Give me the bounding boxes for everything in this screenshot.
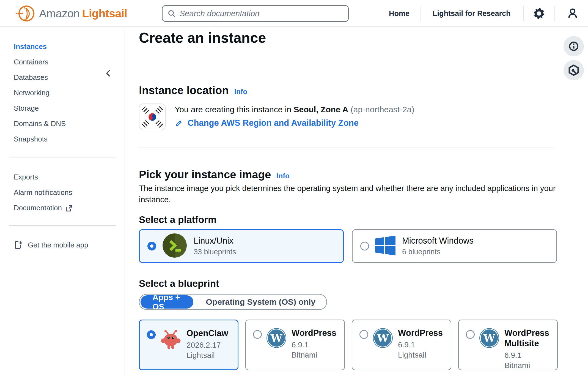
sidebar-item-domains-dns[interactable]: Domains & DNS [0, 116, 125, 131]
sidebar-item-networking[interactable]: Networking [0, 85, 125, 100]
get-mobile-app-link[interactable]: Get the mobile app [0, 237, 125, 253]
blueprint-name: WordPress [292, 328, 336, 338]
blueprint-name: WordPress [398, 328, 443, 338]
gear-icon [533, 7, 545, 20]
brand-lightsail: Lightsail [82, 7, 127, 20]
blueprint-publisher: Lightsail [186, 351, 228, 360]
platform-name: Linux/Unix [194, 236, 236, 246]
blueprint-card-wordpress-bitnami[interactable]: W WordPress 6.9.1 Bitnami [245, 320, 345, 370]
windows-radio[interactable] [360, 242, 369, 250]
section-divider [139, 63, 556, 63]
location-text-prefix: You are creating this instance in [175, 105, 294, 114]
platform-blueprint-count: 6 blueprints [402, 248, 474, 256]
instance-image-info-link[interactable]: Info [276, 172, 290, 180]
sidebar-item-containers[interactable]: Containers [0, 54, 125, 70]
lightsail-logo-icon [15, 4, 35, 23]
select-platform-heading: Select a platform [139, 214, 588, 225]
sidebar-secondary-nav: Exports Alarm notifications Documentatio… [0, 157, 125, 216]
section-divider [139, 148, 556, 148]
platform-blueprint-count: 33 blueprints [194, 248, 236, 256]
blueprint-options: OpenClaw 2026.2.17 Lightsail W WordPress [139, 320, 588, 370]
sidebar-divider [9, 225, 116, 226]
settings-button[interactable] [532, 7, 546, 20]
info-fab-button[interactable] [564, 36, 584, 56]
amazon-q-icon [567, 64, 580, 77]
blueprint-card-wordpress-lightsail[interactable]: W WordPress 6.9.1 Lightsail [352, 320, 451, 370]
change-region-label: Change AWS Region and Availability Zone [188, 118, 359, 129]
wordpress-radio[interactable] [253, 330, 262, 339]
sidebar-item-snapshots[interactable]: Snapshots [0, 131, 125, 147]
blueprint-version: 2026.2.17 [186, 341, 228, 350]
platform-options: Linux/Unix 33 blueprints Microsoft Windo… [139, 229, 588, 263]
search-box [162, 5, 349, 22]
nav-lightsail-for-research[interactable]: Lightsail for Research [433, 0, 511, 27]
user-icon [567, 7, 579, 20]
sidebar-item-documentation[interactable]: Documentation [0, 200, 125, 216]
search-input[interactable] [180, 9, 343, 18]
blueprint-name: WordPress Multisite [504, 328, 554, 349]
nav-home[interactable]: Home [389, 0, 410, 27]
korea-flag-icon [142, 106, 163, 128]
brand-logo[interactable]: AmazonLightsail [15, 4, 127, 23]
sidebar-nav: Instances Containers Databases Networkin… [0, 27, 125, 147]
linux-icon [162, 233, 187, 259]
change-region-link[interactable]: Change AWS Region and Availability Zone [175, 118, 414, 129]
documentation-label: Documentation [14, 204, 62, 212]
header-divider [554, 6, 555, 21]
wordpress-radio[interactable] [359, 330, 368, 339]
blueprint-type-toggle: Apps + OS Operating System (OS) only [139, 294, 327, 310]
wordpress-icon: W [479, 328, 499, 349]
sidebar-item-alarm-notifications[interactable]: Alarm notifications [0, 185, 125, 200]
page-title: Create an instance [139, 30, 588, 46]
blueprint-publisher: Bitnami [292, 351, 336, 359]
blueprint-name: OpenClaw [186, 328, 228, 339]
blueprint-version: 6.9.1 [398, 340, 443, 349]
blueprint-version: 6.9.1 [504, 351, 554, 360]
instance-image-description: The instance image you pick determines t… [139, 183, 564, 205]
toggle-divider [197, 297, 197, 307]
main-content: Create an instance Instance location Inf… [125, 27, 588, 376]
mobile-app-icon [13, 240, 23, 250]
sidebar-item-instances[interactable]: Instances [0, 39, 125, 54]
openclaw-radio[interactable] [147, 330, 156, 339]
sidebar-collapse-button[interactable] [103, 68, 114, 79]
instance-location-row: You are creating this instance in Seoul,… [139, 103, 588, 130]
mobile-app-label: Get the mobile app [28, 241, 88, 249]
wordpress-icon: W [373, 328, 393, 349]
toggle-apps-os[interactable]: Apps + OS [141, 295, 193, 309]
sidebar-item-exports[interactable]: Exports [0, 169, 125, 185]
collapse-chevron-icon [104, 69, 113, 78]
account-button[interactable] [566, 7, 579, 20]
pencil-icon [175, 119, 183, 127]
platform-card-windows[interactable]: Microsoft Windows 6 blueprints [352, 229, 557, 263]
svg-text:W: W [483, 332, 496, 344]
blueprint-card-wordpress-multisite[interactable]: W WordPress Multisite 6.9.1 Bitnami [458, 320, 558, 370]
select-blueprint-heading: Select a blueprint [139, 278, 588, 289]
header-divider [421, 6, 421, 21]
search-icon [167, 9, 176, 18]
platform-name: Microsoft Windows [402, 236, 474, 246]
toggle-os-only[interactable]: Operating System (OS) only [206, 297, 326, 307]
header-divider [523, 6, 524, 21]
brand-amazon: Amazon [39, 7, 79, 20]
wordpress-multisite-radio[interactable] [466, 330, 475, 339]
platform-card-linux[interactable]: Linux/Unix 33 blueprints [139, 229, 344, 263]
top-header: AmazonLightsail Home Lightsail for Resea… [0, 0, 588, 27]
sidebar: Instances Containers Databases Networkin… [0, 27, 125, 376]
location-region-code: (ap-northeast-2a) [351, 105, 414, 114]
openclaw-icon [160, 328, 182, 352]
svg-text:W: W [377, 332, 389, 344]
sidebar-item-storage[interactable]: Storage [0, 100, 125, 116]
amazon-q-fab-button[interactable] [564, 60, 584, 80]
instance-location-info-link[interactable]: Info [234, 88, 248, 96]
svg-text:W: W [270, 332, 283, 344]
blueprint-version: 6.9.1 [292, 340, 336, 349]
region-flag [139, 103, 166, 130]
linux-radio[interactable] [147, 242, 156, 250]
external-link-icon [65, 205, 73, 212]
wordpress-icon: W [266, 328, 287, 349]
location-description: You are creating this instance in Seoul,… [175, 104, 414, 115]
lightsail-console: AmazonLightsail Home Lightsail for Resea… [0, 0, 588, 376]
location-region: Seoul, Zone A [294, 105, 348, 114]
blueprint-card-openclaw[interactable]: OpenClaw 2026.2.17 Lightsail [139, 320, 238, 370]
